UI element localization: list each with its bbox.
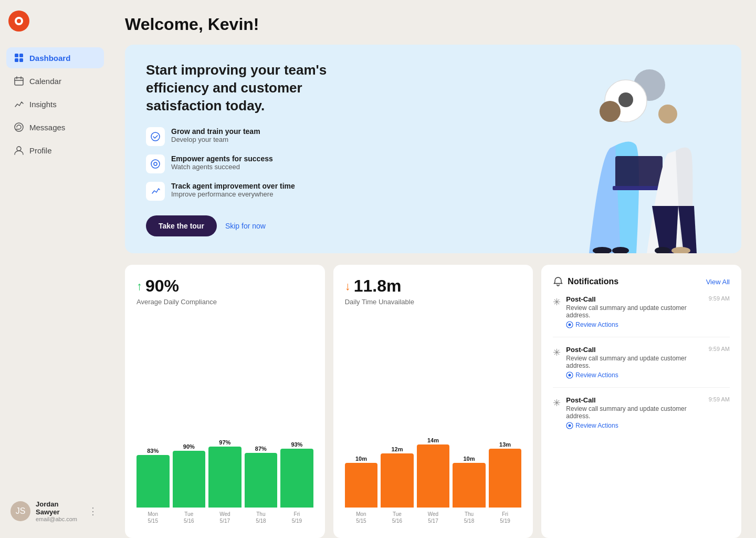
svg-point-25 [569,324,571,326]
bar-wrapper: 97% [208,439,242,508]
feature-icon-1 [146,127,165,146]
bar-wrapper: 12m [381,446,414,508]
hero-right [542,61,720,236]
notif-desc: Review call summary and update customer … [566,304,703,319]
sidebar-item-messages[interactable]: Messages [6,117,104,138]
up-arrow-icon: ↑ [136,280,142,293]
bar-wrapper: 83% [136,448,170,508]
bar-group: 97% Wed5/17 [208,439,242,524]
notif-gear-icon: ✳ [553,347,561,379]
bar-group: 90% Tue5/16 [173,443,206,524]
notification-item: ✳ Post-Call Review call summary and upda… [553,346,730,388]
sidebar-item-profile[interactable]: Profile [6,140,104,161]
bar-date-label: Fri5/19 [292,511,302,524]
view-all-button[interactable]: View All [706,278,730,286]
sidebar: Dashboard Calendar Insights Messages Pro… [0,0,110,538]
svg-rect-5 [15,58,18,62]
bar [381,453,414,508]
bar-group: 13m Fri5/19 [489,441,522,524]
review-actions-link[interactable]: Review Actions [566,422,703,429]
unavailable-card: ↓ 11.8m Daily Time Unavailable 10m Mon5/… [333,265,533,538]
notifications-header: Notifications View All [553,276,730,287]
page-title: Welcome, Kevin! [125,15,741,34]
svg-rect-3 [15,54,18,57]
user-name: Jordan Sawyer [36,500,81,516]
bar-date-label: Wed5/17 [428,511,438,524]
more-options-button[interactable]: ⋮ [86,503,100,519]
notif-gear-icon: ✳ [553,397,561,429]
bar-label-top: 83% [147,448,159,454]
app-logo[interactable] [8,11,29,32]
bar-wrapper: 14m [417,437,450,508]
notifications-title: Notifications [568,277,618,286]
hero-illustration [547,54,726,253]
bar-group: 14m Wed5/17 [417,437,450,524]
bar-date-label: Fri5/19 [500,511,510,524]
compliance-value: 90% [145,276,179,296]
bar-date-label: Mon5/15 [148,511,158,524]
svg-point-29 [569,425,571,427]
bar-wrapper: 87% [245,446,278,508]
bar-wrapper: 10m [453,456,486,508]
skip-for-now-button[interactable]: Skip for now [225,222,266,230]
bar-group: 93% Fri5/19 [280,441,313,524]
bar-wrapper: 93% [280,441,313,508]
feature-1-sub: Develop your team [171,136,260,143]
bar-wrapper: 90% [173,443,206,508]
eye-icon [566,321,573,328]
svg-point-9 [17,147,21,151]
notification-item: ✳ Post-Call Review call summary and upda… [553,295,730,337]
bar-label-top: 90% [183,443,195,450]
hero-feature-2: Empower agents for success Watch agents … [146,154,542,173]
bar-label-top: 14m [427,437,439,443]
unavailable-stat-row: ↓ 11.8m [345,276,522,296]
sidebar-item-label: Insights [29,100,57,109]
sidebar-item-insights[interactable]: Insights [6,94,104,115]
sidebar-item-dashboard[interactable]: Dashboard [6,47,104,68]
bar [173,451,206,508]
svg-point-2 [17,19,21,23]
bar-group: 12m Tue5/16 [381,446,414,524]
sidebar-item-label: Calendar [29,77,61,86]
svg-point-8 [15,123,23,131]
down-arrow-icon: ↓ [345,280,351,293]
notif-time: 9:59 AM [709,295,730,328]
bar-date-label: Tue5/16 [184,511,194,524]
bar-label-top: 10m [464,456,475,462]
svg-point-12 [154,162,157,165]
feature-2-title: Empower agents for success [171,154,273,163]
bar-date-label: Wed5/17 [219,511,230,524]
notif-type: Post-Call [566,396,703,404]
review-actions-link[interactable]: Review Actions [566,371,703,379]
hero-banner: Start improving your team's efficiency a… [125,45,741,253]
notif-content: Post-Call Review call summary and update… [566,346,703,379]
compliance-label: Average Daily Compliance [136,298,313,306]
hero-feature-1: Grow and train your team Develop your te… [146,127,542,146]
unavailable-value: 11.8m [354,276,402,296]
bar [489,449,522,508]
sidebar-item-calendar[interactable]: Calendar [6,70,104,91]
sidebar-item-label: Messages [29,123,65,132]
svg-point-15 [618,92,633,107]
sidebar-item-label: Profile [29,146,52,155]
message-icon [14,122,24,132]
svg-point-10 [151,132,160,141]
feature-icon-2 [146,154,165,173]
notif-content: Post-Call Review call summary and update… [566,396,703,429]
user-info: Jordan Sawyer email@abc.com [36,500,81,522]
user-email: email@abc.com [36,516,81,522]
bar [417,444,450,508]
take-tour-button[interactable]: Take the tour [146,215,217,236]
notif-content: Post-Call Review call summary and update… [566,295,703,328]
grid-icon [14,53,24,63]
feature-2-sub: Watch agents succeed [171,163,273,171]
svg-rect-6 [19,58,23,62]
svg-rect-4 [19,54,23,57]
bar-date-label: Thu5/18 [464,511,474,524]
review-actions-link[interactable]: Review Actions [566,321,703,328]
bar [245,453,278,508]
bar-label-top: 10m [355,456,367,462]
eye-icon [566,371,573,379]
avatar: JS [10,501,30,521]
feature-1-title: Grow and train your team [171,127,260,136]
